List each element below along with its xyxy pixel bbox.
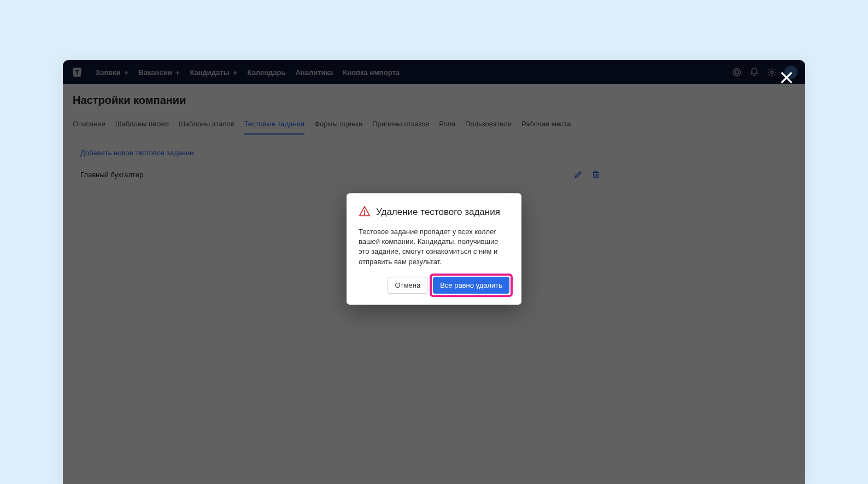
close-icon[interactable] xyxy=(778,69,795,86)
confirm-dialog: Удаление тестового задания Тестовое зада… xyxy=(347,193,521,305)
dialog-title: Удаление тестового задания xyxy=(376,207,500,218)
svg-point-3 xyxy=(364,214,365,214)
dialog-header: Удаление тестового задания xyxy=(359,205,509,219)
confirm-delete-button[interactable]: Все равно удалить xyxy=(433,277,509,294)
dialog-actions: Отмена Все равно удалить xyxy=(359,277,509,294)
dialog-body: Тестовое задание пропадет у всех коллег … xyxy=(359,227,509,267)
warning-triangle-icon xyxy=(359,205,371,219)
cancel-button[interactable]: Отмена xyxy=(388,277,427,294)
